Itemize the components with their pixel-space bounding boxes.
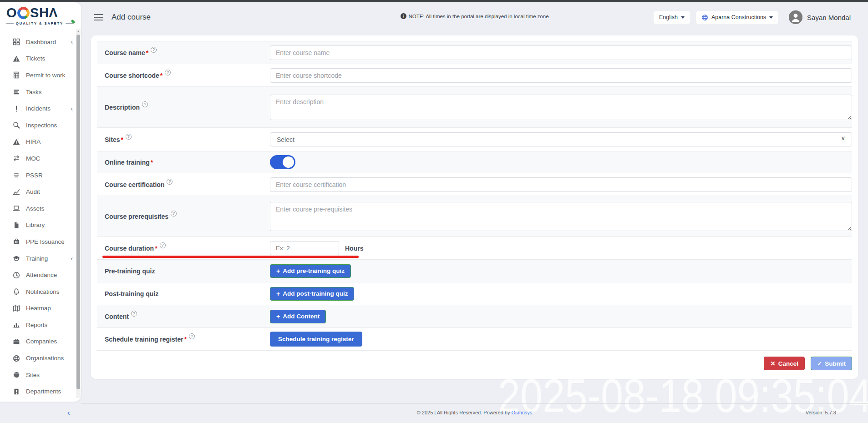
timezone-note: i NOTE: All times in the portal are disp… <box>400 13 548 19</box>
logo-q-icon <box>17 7 30 19</box>
sidebar-item-attendance[interactable]: Attendance <box>0 267 81 283</box>
help-icon[interactable]: ? <box>171 211 177 217</box>
footer: © 2025 | All Rights Reserved. Powered by… <box>81 403 868 423</box>
sidebar-item-notifications[interactable]: Notifications <box>0 283 81 300</box>
help-icon[interactable]: ? <box>189 333 195 339</box>
add-content-button[interactable]: +Add Content <box>270 310 326 323</box>
sidebar-item-organisations[interactable]: Organisations <box>0 350 81 367</box>
scrollbar-up-arrow-icon[interactable]: ▲ <box>76 29 81 34</box>
cancel-button[interactable]: ✕ Cancel <box>764 357 805 370</box>
briefcase-icon <box>12 337 20 345</box>
sidebar-item-tasks[interactable]: Tasks <box>0 84 81 101</box>
page-title: Add course <box>112 13 151 22</box>
language-dropdown[interactable]: English <box>654 11 690 24</box>
course-name-input[interactable] <box>270 45 852 60</box>
description-textarea[interactable] <box>270 95 852 120</box>
language-value: English <box>659 14 678 20</box>
form-control-schedule-training-register: Schedule training register <box>270 332 852 347</box>
ppe-kit-icon <box>12 238 20 246</box>
sidebar-item-assets[interactable]: Assets <box>0 200 81 217</box>
sidebar-item-label: HIRA <box>26 138 41 145</box>
sidebar-scrollbar[interactable]: ▲ <box>76 29 81 398</box>
help-icon[interactable]: ? <box>131 311 137 317</box>
sidebar-item-reports[interactable]: Reports <box>0 317 81 333</box>
form-label-content: Content? <box>97 313 270 320</box>
form-control-course-name <box>270 45 852 60</box>
form-label-description: Description? <box>97 104 270 111</box>
sidebar-collapse-button[interactable]: ‹ <box>67 408 70 418</box>
document-icon <box>12 221 20 229</box>
add-pre-training-quiz-button[interactable]: +Add pre-training quiz <box>270 264 351 278</box>
organisation-value: Aparna Constructions <box>711 14 766 20</box>
plus-icon: + <box>276 267 280 275</box>
button-label: Schedule training register <box>278 336 354 342</box>
course-certification-input[interactable] <box>270 177 852 192</box>
check-icon: ✓ <box>817 360 822 367</box>
toggle-knob <box>283 156 294 168</box>
sidebar-item-audit[interactable]: Audit <box>0 183 81 200</box>
line-chart-icon <box>12 188 20 196</box>
course-prerequisites-textarea[interactable] <box>270 202 852 231</box>
required-asterisk: * <box>121 136 123 143</box>
sidebar-item-tickets[interactable]: Tickets <box>0 50 81 67</box>
sidebar-item-library[interactable]: Library <box>0 217 81 234</box>
sidebar-item-inspections[interactable]: Inspections <box>0 117 81 134</box>
submit-button[interactable]: ✓ Submit <box>811 357 852 370</box>
app-logo[interactable]: O SH Λ QUALITY & SAFETY <box>0 2 81 27</box>
form-row-content: Content?+Add Content <box>97 305 852 327</box>
sidebar-item-sites[interactable]: Sites <box>0 367 81 383</box>
help-icon[interactable]: ? <box>142 101 148 107</box>
sidebar-item-hira[interactable]: HIRA <box>0 134 81 151</box>
help-icon[interactable]: ? <box>126 134 132 140</box>
sidebar-item-incidents[interactable]: Incidents‹ <box>0 100 81 117</box>
permit-icon <box>12 71 20 79</box>
timezone-note-text: NOTE: All times in the portal are displa… <box>408 14 548 19</box>
sidebar-item-label: Training <box>26 255 48 262</box>
course-shortcode-input[interactable] <box>270 68 852 83</box>
button-label: Add post-training quiz <box>283 290 348 297</box>
course-duration-input[interactable] <box>270 241 339 255</box>
osmosys-link[interactable]: Osmosys <box>512 410 533 415</box>
exclamation-icon <box>12 105 20 112</box>
sidebar-item-training[interactable]: Training‹ <box>0 250 81 267</box>
schedule-training-register-button[interactable]: Schedule training register <box>270 332 362 347</box>
sites-select[interactable]: Select∨ <box>270 132 852 146</box>
sidebar-item-moc[interactable]: MOC <box>0 150 81 167</box>
organisation-dropdown[interactable]: Aparna Constructions <box>696 11 778 24</box>
online-training-toggle[interactable] <box>270 155 295 169</box>
sidebar-item-label: Tasks <box>26 89 42 96</box>
help-icon[interactable]: ? <box>165 70 171 76</box>
version-label: Version: 5.7.3 <box>806 410 836 415</box>
sidebar-item-permit-to-work[interactable]: Permit to work <box>0 67 81 84</box>
sidebar-item-departments[interactable]: Departments <box>0 383 81 400</box>
help-icon[interactable]: ? <box>151 47 157 53</box>
form-row-course-name: Course name*? <box>97 41 852 64</box>
add-post-training-quiz-button[interactable]: +Add post-training quiz <box>270 287 354 301</box>
sidebar-item-label: Tickets <box>26 55 45 62</box>
help-icon[interactable]: ? <box>160 242 166 248</box>
sidebar-item-companies[interactable]: Companies <box>0 333 81 350</box>
hamburger-menu-icon[interactable] <box>94 14 103 21</box>
form-row-post-training-quiz: Post-training quiz+Add post-training qui… <box>97 282 852 305</box>
form-label-course-shortcode: Course shortcode*? <box>97 72 270 79</box>
sidebar-item-dashboard[interactable]: Dashboard‹ <box>0 34 81 50</box>
sidebar-item-pssr[interactable]: PSSR <box>0 167 81 184</box>
form-row-description: Description? <box>97 86 852 127</box>
help-icon[interactable]: ? <box>167 179 173 185</box>
scrollbar-thumb[interactable] <box>76 35 80 389</box>
chevron-left-icon[interactable]: ‹ <box>71 106 73 112</box>
chevron-left-icon[interactable]: ‹ <box>71 255 73 262</box>
form-control-content: +Add Content <box>270 310 852 323</box>
duration-unit-label: Hours <box>345 245 363 252</box>
chevron-left-icon[interactable]: ‹ <box>71 39 73 45</box>
sidebar-item-ppe-issuance[interactable]: PPE Issuance <box>0 233 81 250</box>
swap-arrows-icon <box>12 155 20 162</box>
field-label: Sites <box>105 136 120 143</box>
logo-letters-sh: SH <box>30 6 49 20</box>
sidebar-item-label: Notifications <box>26 288 60 295</box>
button-label: Add pre-training quiz <box>283 267 345 274</box>
form-control-pre-training-quiz: +Add pre-training quiz <box>270 264 852 278</box>
map-icon <box>12 304 20 312</box>
user-menu[interactable]: Sayan Mondal <box>789 10 851 24</box>
sidebar-item-heatmap[interactable]: Heatmap <box>0 300 81 317</box>
